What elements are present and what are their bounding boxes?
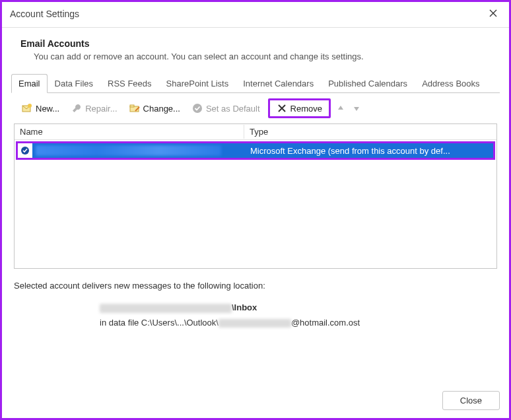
account-settings-window: Account Settings Email Accounts You can …: [0, 0, 511, 420]
datafile-prefix: in data file C:\Users\...\Outlook\: [100, 318, 219, 328]
selected-row-highlight: Microsoft Exchange (send from this accou…: [16, 141, 495, 160]
tab-sharepoint-lists[interactable]: SharePoint Lists: [159, 74, 236, 93]
svg-marker-6: [354, 107, 359, 111]
page-description: You can add or remove an account. You ca…: [20, 52, 500, 61]
default-check-icon: [18, 143, 32, 158]
page-header: Email Accounts You can add or remove an …: [2, 28, 509, 73]
envelope-new-icon: [22, 103, 32, 114]
new-label: New...: [36, 104, 59, 114]
redacted-account: [100, 304, 232, 313]
dialog-footer: Close: [442, 391, 500, 410]
account-name-cell: [32, 143, 248, 158]
x-icon: [277, 103, 287, 114]
svg-point-1: [28, 104, 32, 108]
column-type[interactable]: Type: [244, 125, 496, 139]
delivery-inbox-suffix: \Inbox: [232, 302, 257, 312]
delivery-info: Selected account delivers new messages t…: [2, 269, 509, 331]
tab-data-files[interactable]: Data Files: [48, 74, 101, 93]
move-up-button[interactable]: [335, 102, 347, 114]
change-label: Change...: [143, 104, 180, 114]
move-down-button[interactable]: [351, 102, 362, 114]
page-title: Email Accounts: [20, 38, 500, 49]
tab-internet-calendars[interactable]: Internet Calendars: [236, 74, 321, 93]
folder-change-icon: [129, 103, 140, 114]
titlebar: Account Settings: [2, 2, 509, 26]
tab-rss-feeds[interactable]: RSS Feeds: [100, 74, 158, 93]
column-name[interactable]: Name: [15, 125, 244, 139]
tab-strip: Email Data Files RSS Feeds SharePoint Li…: [11, 73, 500, 93]
redacted-filename: [219, 319, 291, 328]
datafile-suffix: @hotmail.com.ost: [291, 318, 360, 328]
wrench-icon: [71, 103, 82, 114]
delivery-location-line: \Inbox: [100, 300, 497, 315]
new-button[interactable]: New...: [18, 101, 63, 116]
accounts-table: Name Type Microsoft Exchange (send from …: [14, 123, 497, 269]
window-close-button[interactable]: [484, 6, 502, 22]
account-type-cell: Microsoft Exchange (send from this accou…: [248, 146, 493, 156]
toolbar: New... Repair... Change... Set as Defaul…: [2, 93, 509, 122]
tab-address-books[interactable]: Address Books: [415, 74, 487, 93]
delivery-datafile-line: in data file C:\Users\...\Outlook\@hotma…: [100, 315, 497, 330]
tab-published-calendars[interactable]: Published Calendars: [321, 74, 415, 93]
remove-button[interactable]: Remove: [273, 101, 326, 116]
svg-marker-5: [338, 106, 343, 110]
table-header: Name Type: [15, 124, 496, 140]
remove-button-highlight: Remove: [268, 98, 331, 118]
set-default-label: Set as Default: [206, 104, 260, 114]
change-button[interactable]: Change...: [125, 101, 184, 116]
delivery-intro: Selected account delivers new messages t…: [14, 281, 497, 291]
set-default-button[interactable]: Set as Default: [188, 101, 264, 116]
remove-label: Remove: [290, 104, 322, 114]
window-title: Account Settings: [10, 9, 79, 19]
table-row[interactable]: Microsoft Exchange (send from this accou…: [18, 143, 493, 158]
redacted-name: [36, 145, 221, 156]
check-circle-icon: [192, 103, 203, 114]
repair-label: Repair...: [85, 104, 117, 114]
tab-email[interactable]: Email: [11, 74, 48, 93]
close-button[interactable]: Close: [442, 391, 500, 410]
svg-rect-3: [130, 105, 134, 107]
repair-button[interactable]: Repair...: [67, 101, 121, 116]
